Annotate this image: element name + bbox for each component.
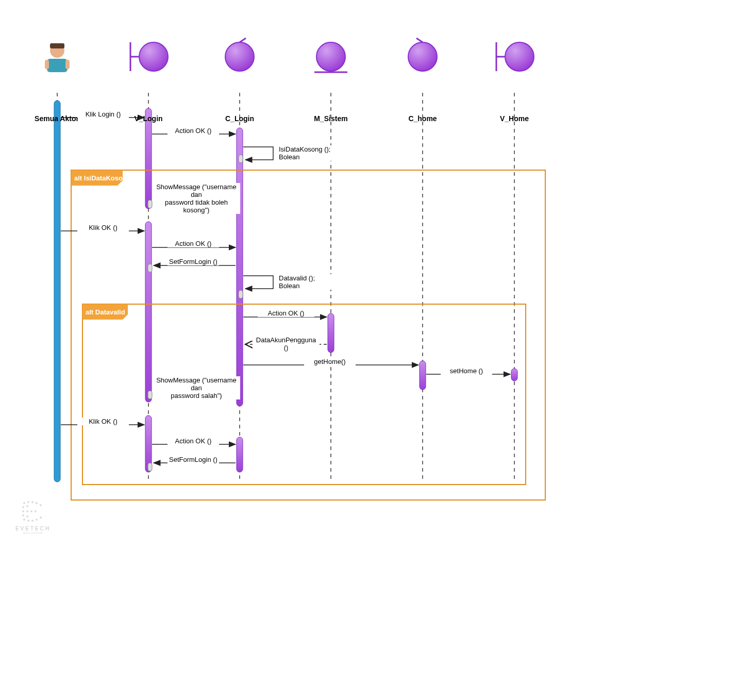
msg-action-ok-4: Action OK () xyxy=(167,437,219,445)
svg-rect-23 xyxy=(148,391,152,399)
control-icon-c-home xyxy=(408,38,437,71)
msg-showmsg-empty: ShowMessage ("username dan password tida… xyxy=(153,183,240,214)
svg-rect-26 xyxy=(239,290,243,298)
alt-label-isidatakosong: alt IsiDataKosong xyxy=(74,174,131,182)
svg-point-49 xyxy=(26,510,28,512)
svg-point-52 xyxy=(22,514,24,516)
svg-rect-24 xyxy=(148,463,152,471)
boundary-icon-v-home xyxy=(496,42,534,71)
svg-point-13 xyxy=(139,42,168,71)
alt-frame-isidatakosong xyxy=(71,170,545,500)
svg-point-57 xyxy=(36,519,38,521)
msg-setformlogin-2: SetFormLogin () xyxy=(167,456,219,463)
msg-action-ok-2: Action OK () xyxy=(167,240,219,247)
activation-vlogin-1 xyxy=(145,108,152,209)
activation-clogin-3 xyxy=(237,437,243,472)
svg-point-56 xyxy=(31,520,34,522)
boundary-icon-v-login xyxy=(130,42,168,71)
msg-klik-ok-2: Klik OK () xyxy=(77,418,129,425)
svg-rect-21 xyxy=(148,200,152,208)
svg-point-17 xyxy=(408,42,437,71)
activation-vhome xyxy=(511,369,517,381)
activation-actor xyxy=(54,101,60,482)
participant-chome-label: C_home xyxy=(397,114,448,123)
logo-text-2: SOLUTION xyxy=(12,531,54,535)
participant-msistem-label: M_Sistem xyxy=(305,114,357,123)
svg-point-14 xyxy=(225,42,254,71)
svg-point-47 xyxy=(26,505,28,507)
msg-action-ok-1: Action OK () xyxy=(167,127,219,135)
msg-klik-login: Klik Login () xyxy=(77,110,129,118)
control-icon-c-login xyxy=(225,38,254,71)
activation-chome xyxy=(420,361,426,390)
msg-showmsg-wrong: ShowMessage ("username dan password sala… xyxy=(153,376,240,399)
sequence-diagram: Semua Aktor V_Login C_Login M_Sistem C_h… xyxy=(0,0,737,700)
msg-isidatakosong-self: IsiDataKosong (); Bolean xyxy=(277,145,339,161)
svg-point-42 xyxy=(27,501,29,503)
svg-point-20 xyxy=(505,42,534,71)
svg-point-46 xyxy=(22,506,24,508)
participant-vhome-label: V_Home xyxy=(489,114,540,123)
activation-vlogin-2 xyxy=(145,222,152,402)
diagram-svg xyxy=(0,0,737,700)
svg-point-45 xyxy=(40,504,42,506)
msg-setformlogin-1: SetFormLogin () xyxy=(167,258,219,265)
svg-point-48 xyxy=(22,510,24,512)
svg-rect-9 xyxy=(45,60,49,69)
svg-point-43 xyxy=(31,501,34,503)
svg-point-15 xyxy=(316,42,345,71)
logo-watermark: EVETECH SOLUTION xyxy=(12,500,54,535)
svg-point-50 xyxy=(30,510,32,512)
svg-point-51 xyxy=(35,510,37,512)
svg-rect-7 xyxy=(50,43,64,48)
svg-point-44 xyxy=(36,502,38,504)
logo-text-1: EVETECH xyxy=(12,526,54,531)
msg-gethome: getHome() xyxy=(304,358,356,365)
svg-point-55 xyxy=(27,520,29,522)
svg-point-58 xyxy=(40,516,42,519)
msg-datavalid-self: Datavalid (); Bolean xyxy=(277,274,339,290)
svg-rect-22 xyxy=(148,264,152,272)
actor-icon xyxy=(45,43,70,72)
svg-rect-8 xyxy=(47,59,68,72)
participant-clogin-label: C_Login xyxy=(214,114,265,123)
svg-rect-10 xyxy=(65,60,70,69)
svg-rect-25 xyxy=(239,155,243,163)
svg-point-41 xyxy=(23,502,25,504)
svg-point-53 xyxy=(26,515,28,518)
entity-icon-m-sistem xyxy=(314,42,347,72)
alt-label-datavalid: alt Datavalid xyxy=(86,308,125,316)
msg-klik-ok-1: Klik OK () xyxy=(77,224,129,231)
logo-icon xyxy=(20,500,46,524)
participant-vlogin-label: V_Login xyxy=(123,114,174,123)
svg-point-54 xyxy=(23,519,25,521)
msg-sethome: setHome () xyxy=(441,367,492,375)
msg-dataakun: DataAkunPengguna () xyxy=(253,336,320,352)
participant-actor-label: Semua Aktor xyxy=(31,114,82,123)
activation-msistem xyxy=(328,313,334,353)
msg-action-ok-3: Action OK () xyxy=(258,309,314,317)
